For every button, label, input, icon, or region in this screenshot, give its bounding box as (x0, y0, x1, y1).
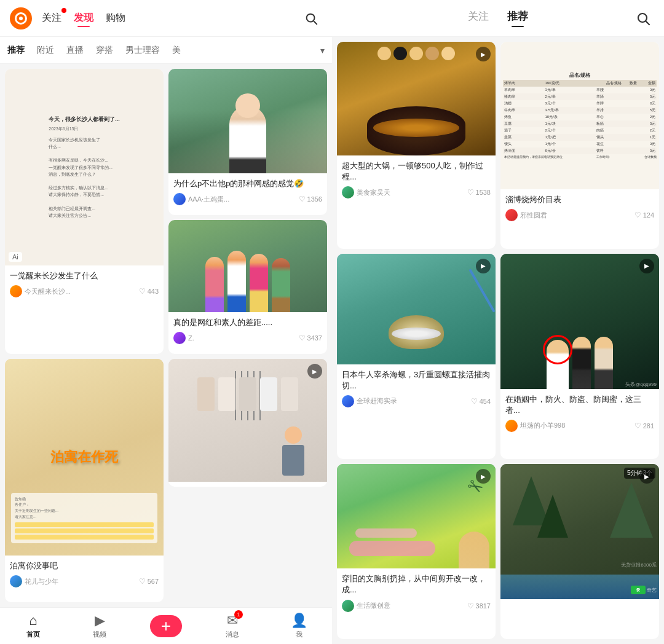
card-shellfish[interactable]: ▶ 日本牛人宰杀海螺，3斤重圆螺直接活攉肉切... 全球赶海实录 ♡ 454 (337, 254, 496, 460)
card-bigpot-avatar (342, 186, 354, 198)
bottom-navigation: ⌂ 首页 ▶ 视频 + ✉ 1 消息 👤 我 (0, 607, 332, 644)
card-wedding-author: 坦荡的小羊998 (505, 420, 565, 432)
card-notice[interactable]: 今天，很多长沙人都看到了... 2023年6月13日 今天国家长沙机应该发生了 … (5, 69, 164, 354)
svg-line-1 (314, 21, 317, 24)
cat-tuijian[interactable]: 推荐 (7, 45, 25, 56)
category-more-icon[interactable]: ▾ (320, 45, 325, 55)
cat-mei[interactable]: 美 (172, 45, 181, 56)
card-boy-avatar (173, 193, 186, 205)
card-bbq-title: 淄博烧烤价目表 (505, 194, 654, 205)
card-boy-author: AAA·土鸡蛋... (173, 193, 229, 205)
card-notice-title: 一觉醒来长沙发生了什么 (10, 270, 159, 281)
card-bra-avatar (342, 600, 354, 612)
bnav-video[interactable]: ▶ 视频 (66, 613, 133, 639)
ai-label: Ai (9, 252, 22, 262)
card-bra-likes: ♡ 3817 (467, 602, 491, 610)
card-bigpot-title: 超大型的大锅，一顿够500人吃，制作过程... (342, 160, 491, 183)
card-notice-likes: ♡ 443 (139, 287, 159, 296)
card-girls-avatar (173, 332, 186, 344)
right-nav-tuijian[interactable]: 推荐 (507, 9, 528, 27)
profile-icon: 👤 (291, 613, 307, 629)
create-button[interactable]: + (150, 615, 182, 637)
card-girls-likes: ♡ 3437 (299, 334, 322, 342)
bnav-message[interactable]: ✉ 1 消息 (199, 613, 266, 639)
nav-guanzhu[interactable]: 关注 (42, 12, 61, 25)
nav-faxian[interactable]: 发现 (74, 12, 93, 25)
right-header: 关注 推荐 (332, 0, 664, 37)
card-notice-author: 今天醒来长沙... (10, 285, 71, 297)
nav-gouwu[interactable]: 购物 (106, 12, 125, 25)
card-shellfish-author: 全球赶海实录 (342, 395, 397, 407)
card-bra[interactable]: ✂ ▶ 穿旧的文胸别扔掉，从中间剪开改一改，成... 生活微创意 ♡ (337, 464, 496, 639)
guanzhu-badge (61, 8, 66, 13)
card-dead-author: 花儿与少年 (10, 575, 58, 587)
right-panel: 关注 推荐 (332, 0, 664, 644)
cat-zhibo[interactable]: 直播 (66, 45, 84, 56)
cat-nanshi[interactable]: 男士理容 (125, 45, 160, 56)
card-bigpot[interactable]: ▶ 超大型的大锅，一顿够500人吃，制作过程... 美食家吴天 ♡ 1538 (337, 42, 496, 249)
cat-chuanda[interactable]: 穿搭 (96, 45, 113, 56)
bnav-home[interactable]: ⌂ 首页 (0, 613, 66, 639)
card-forest[interactable]: 5分钟3个 无货业报6000系 爱 奇艺 ▶ (500, 464, 659, 639)
card-bbq-likes: ♡ 124 (634, 211, 654, 219)
card-dead-likes: ♡ 567 (139, 577, 159, 586)
cat-fujin[interactable]: 附近 (37, 45, 54, 56)
right-content-grid: ▶ 超大型的大锅，一顿够500人吃，制作过程... 美食家吴天 ♡ 1538 (332, 37, 664, 644)
right-nav: 关注 推荐 (468, 9, 528, 27)
card-notice-avatar (10, 285, 22, 297)
card-bra-title: 穿旧的文胸别扔掉，从中间剪开改一改，成... (342, 573, 491, 595)
left-nav: 关注 发现 购物 (42, 12, 300, 25)
bigpot-play-icon: ▶ (476, 47, 491, 61)
shellfish-play-icon: ▶ (476, 259, 491, 273)
card-girls-title: 真的是网红和素人的差距..... (173, 317, 322, 328)
video-icon: ▶ (95, 613, 105, 629)
right-search-button[interactable] (632, 7, 654, 29)
message-badge: 1 (234, 610, 243, 619)
card-shellfish-avatar (342, 395, 354, 407)
card-girls[interactable]: 真的是网红和素人的差距..... Z. ♡ 3437 (168, 220, 327, 354)
card-wedding-likes: ♡ 281 (634, 422, 654, 430)
card-shellfish-likes: ♡ 454 (471, 397, 491, 406)
left-header: 关注 发现 购物 (0, 0, 332, 37)
left-panel: 关注 发现 购物 推荐 附近 直播 穿搭 男士理容 美 ▾ (0, 0, 332, 644)
card-boy-likes: ♡ 1356 (299, 195, 322, 203)
wedding-play-icon: ▶ (639, 259, 654, 273)
card-bigpot-likes: ♡ 1538 (467, 188, 491, 197)
home-icon: ⌂ (29, 613, 37, 629)
card-dead-avatar (10, 575, 22, 587)
card-bra-author: 生活微创意 (342, 600, 390, 612)
card-girls-author: Z. (173, 332, 194, 344)
card-bbq-author: 邪性圆君 (505, 209, 547, 221)
dead-overlay-text: 泊寓在作死 (50, 448, 118, 466)
card-dead-title: 泊寓你没事吧 (10, 560, 159, 571)
left-search-button[interactable] (300, 7, 322, 29)
card-bbq-avatar (505, 209, 518, 221)
bnav-create[interactable]: + (133, 615, 199, 637)
bnav-profile[interactable]: 👤 我 (266, 613, 332, 639)
card-clothes[interactable]: ▶ (168, 359, 327, 487)
card-dead[interactable]: 泊寓在作死 告知函各住户： 关于近期发生的一些问题... 请大家注意... 泊寓… (5, 359, 164, 602)
card-bigpot-author: 美食家吴天 (342, 186, 390, 198)
right-nav-guanzhu[interactable]: 关注 (468, 9, 489, 27)
card-boy-title: 为什么p不出他p的那种网感的感觉🤣 (173, 178, 322, 189)
app-logo[interactable] (10, 7, 32, 29)
card-boy[interactable]: 为什么p不出他p的那种网感的感觉🤣 AAA·土鸡蛋... ♡ 1356 (168, 69, 327, 215)
svg-line-3 (646, 21, 650, 25)
card-shellfish-title: 日本牛人宰杀海螺，3斤重圆螺直接活攉肉切... (342, 369, 491, 391)
card-bbq-menu[interactable]: 品名/规格 烤羊肉190克/元品名/规格数量金额 羊肉串3元/串羊腰3元 猪肉串… (500, 42, 659, 249)
card-wedding[interactable]: 头条@qqq999 ▶ 在婚姻中，防火、防盗、防闺蜜，这三者... 坦荡的小羊9… (500, 254, 659, 460)
left-content-grid: 今天，很多长沙人都看到了... 2023年6月13日 今天国家长沙机应该发生了 … (0, 64, 332, 607)
card-wedding-avatar (505, 420, 518, 432)
card-wedding-title: 在婚姻中，防火、防盗、防闺蜜，这三者... (505, 394, 654, 416)
left-category-bar: 推荐 附近 直播 穿搭 男士理容 美 ▾ (0, 37, 332, 64)
clothes-play-icon: ▶ (307, 364, 322, 379)
